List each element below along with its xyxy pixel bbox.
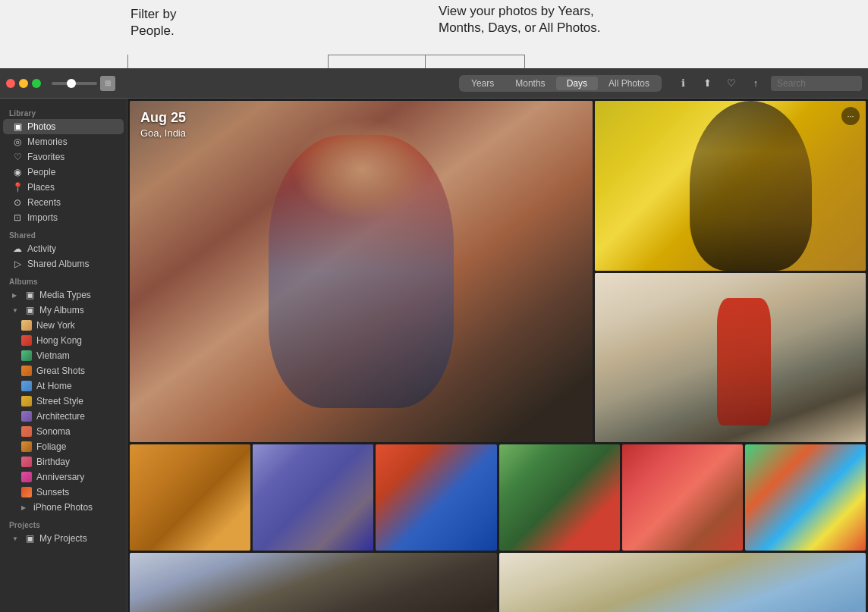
photo-cell-1[interactable]	[130, 444, 250, 551]
photo-grid-mid	[127, 442, 868, 553]
sidebar-label-iphone-photos: iPhone Photos	[33, 502, 93, 513]
sidebar-item-media-types[interactable]: ▶ ▣ Media Types	[3, 287, 124, 303]
sidebar-label-imports: Imports	[27, 212, 58, 223]
sidebar-item-people[interactable]: ◉ People	[3, 165, 124, 180]
foliage-thumb	[21, 441, 32, 452]
photo-cell-6[interactable]	[745, 444, 866, 551]
sidebar-label-hong-kong: Hong Kong	[36, 335, 82, 346]
view-tabs: Years Months Days All Photos	[459, 75, 662, 92]
sidebar-item-activity[interactable]: ☁ Activity	[3, 241, 124, 256]
shared-albums-icon: ▷	[12, 259, 23, 269]
photo-cell-2[interactable]	[253, 444, 373, 551]
sidebar-item-great-shots[interactable]: Great Shots	[3, 363, 124, 378]
photos-icon: ▣	[12, 121, 23, 132]
photo-right-bottom[interactable]	[595, 273, 866, 443]
projects-section-label: Projects	[0, 515, 127, 531]
more-options-button[interactable]: ···	[841, 107, 860, 125]
sidebar-item-new-york[interactable]: New York	[3, 318, 124, 333]
tab-days[interactable]: Days	[556, 77, 598, 90]
sidebar-label-birthday: Birthday	[36, 457, 70, 467]
sidebar-label-sonoma: Sonoma	[36, 426, 71, 437]
sidebar-item-memories[interactable]: ◎ Memories	[3, 134, 124, 149]
close-button[interactable]	[6, 79, 15, 88]
hong-kong-thumb	[21, 335, 32, 346]
sidebar-item-places[interactable]: 📍 Places	[3, 180, 124, 195]
sidebar-label-new-york: New York	[36, 320, 75, 331]
sidebar-item-iphone-photos[interactable]: ▶ iPhone Photos	[3, 500, 124, 515]
photo-cell-4[interactable]	[499, 444, 620, 551]
annotation-view-options: View your photos by Years,Months, Days, …	[439, 3, 601, 36]
tab-years[interactable]: Years	[461, 77, 505, 90]
photo-grid-top: Aug 25 Goa, India ···	[127, 99, 868, 442]
sidebar-item-recents[interactable]: ⊙ Recents	[3, 195, 124, 210]
tab-months[interactable]: Months	[505, 77, 555, 90]
sidebar-label-memories: Memories	[27, 137, 68, 147]
photo-grid-bottom	[127, 553, 868, 612]
sidebar-item-my-projects[interactable]: ▼ ▣ My Projects	[3, 531, 124, 546]
sidebar-label-at-home: At Home	[36, 381, 72, 391]
fullscreen-button[interactable]	[32, 79, 41, 88]
street-style-thumb	[21, 396, 32, 406]
sidebar-item-birthday[interactable]: Birthday	[3, 454, 124, 469]
sidebar-item-hong-kong[interactable]: Hong Kong	[3, 333, 124, 348]
sunsets-thumb	[21, 487, 32, 497]
sidebar-item-my-albums[interactable]: ▼ ▣ My Albums	[3, 303, 124, 318]
photo-date: Aug 25	[140, 110, 186, 126]
sidebar-label-favorites: Favorites	[27, 152, 64, 162]
photo-location: Goa, India	[140, 127, 186, 139]
sidebar-item-sunsets[interactable]: Sunsets	[3, 485, 124, 500]
sidebar-item-photos[interactable]: ▣ Photos	[3, 119, 124, 134]
favorite-button[interactable]: ♡	[721, 75, 742, 92]
sidebar-item-favorites[interactable]: ♡ Favorites	[3, 149, 124, 165]
traffic-lights	[6, 79, 41, 88]
photo-cell-5[interactable]	[622, 444, 743, 551]
sidebar-item-foliage[interactable]: Foliage	[3, 439, 124, 454]
photo-cell-bottom-1[interactable]	[130, 553, 497, 612]
sidebar-item-shared-albums[interactable]: ▷ Shared Albums	[3, 256, 124, 271]
iphone-photos-chevron: ▶	[21, 504, 29, 511]
sidebar-label-people: People	[27, 167, 55, 177]
sidebar-item-sonoma[interactable]: Sonoma	[3, 424, 124, 439]
birthday-thumb	[21, 457, 32, 467]
size-slider-track	[52, 82, 97, 85]
sidebar-label-activity: Activity	[27, 243, 56, 254]
sidebar-item-anniversary[interactable]: Anniversary	[3, 469, 124, 485]
sidebar-label-anniversary: Anniversary	[36, 472, 84, 482]
library-section-label: Library	[0, 103, 127, 119]
size-slider-thumb[interactable]	[67, 79, 76, 88]
share-button[interactable]: ⬆	[697, 75, 718, 92]
albums-section-label: Albums	[0, 271, 127, 287]
photo-right-top[interactable]: ···	[595, 101, 866, 271]
sidebar-label-photos: Photos	[27, 121, 55, 132]
sidebar-item-street-style[interactable]: Street Style	[3, 394, 124, 409]
tab-all-photos[interactable]: All Photos	[598, 77, 660, 90]
my-albums-icon: ▣	[24, 305, 35, 315]
sidebar-item-architecture[interactable]: Architecture	[3, 409, 124, 424]
search-input[interactable]	[771, 76, 862, 91]
sidebar-label-shared-albums: Shared Albums	[27, 259, 89, 269]
architecture-thumb	[21, 411, 32, 422]
minimize-button[interactable]	[19, 79, 28, 88]
at-home-thumb	[21, 381, 32, 391]
sidebar-item-imports[interactable]: ⊡ Imports	[3, 210, 124, 225]
photo-main[interactable]: Aug 25 Goa, India	[130, 101, 593, 442]
sidebar-label-foliage: Foliage	[36, 441, 66, 452]
places-icon: 📍	[12, 182, 23, 193]
sidebar-item-vietnam[interactable]: Vietnam	[3, 348, 124, 363]
sidebar-label-my-projects: My Projects	[39, 533, 87, 544]
sidebar-label-recents: Recents	[27, 197, 61, 208]
photo-cell-3[interactable]	[376, 444, 496, 551]
grid-size-icon[interactable]: ⊞	[100, 76, 115, 91]
info-button[interactable]: ℹ	[672, 75, 693, 92]
annotation-bracket	[328, 55, 525, 68]
sidebar-item-at-home[interactable]: At Home	[3, 378, 124, 394]
photo-cell-bottom-2[interactable]	[499, 553, 866, 612]
recents-icon: ⊙	[12, 197, 23, 208]
photo-main-background	[130, 101, 593, 442]
export-button[interactable]: ↑	[745, 75, 766, 92]
media-types-chevron: ▶	[12, 292, 20, 299]
app-window: ⊞ Years Months Days All Photos ℹ ⬆ ♡ ↑ L…	[0, 68, 868, 612]
my-albums-chevron: ▼	[12, 307, 20, 314]
favorites-icon: ♡	[12, 152, 23, 162]
shared-section-label: Shared	[0, 225, 127, 241]
